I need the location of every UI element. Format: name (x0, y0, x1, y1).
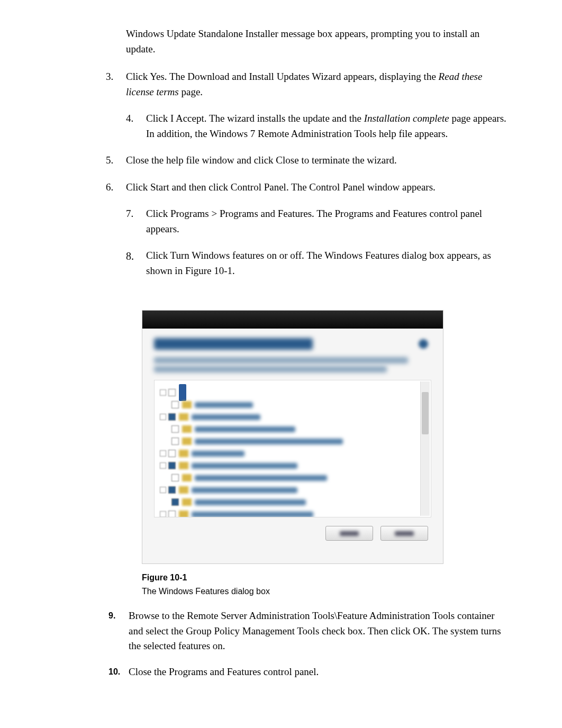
tree-label (192, 487, 297, 493)
tree-label (192, 451, 244, 457)
folder-icon (179, 486, 188, 494)
checkbox-icon (168, 486, 176, 494)
step-3: 3. Click Yes. The Download and Install U… (106, 69, 509, 99)
text-fragment: Click I Accept. The wizard installs the … (146, 113, 364, 124)
checkbox-icon (168, 413, 176, 421)
dialog-subtext (154, 357, 431, 372)
folder-icon (179, 462, 188, 469)
folder-icon (182, 498, 192, 506)
expander-icon (160, 414, 166, 420)
step-number: 8. (126, 248, 146, 278)
checkbox-icon (168, 462, 176, 469)
step-number: 9. (108, 608, 129, 654)
expander-icon (160, 511, 166, 517)
figure-10-1: Figure 10-1 The Windows Features dialog … (142, 310, 509, 598)
help-icon (419, 339, 428, 349)
checkbox-icon (171, 425, 179, 433)
tree-label (192, 463, 297, 469)
folder-icon (182, 425, 192, 433)
checkbox-icon (171, 474, 179, 481)
figure-description: The Windows Features dialog box (142, 585, 509, 598)
folder-icon (182, 474, 192, 481)
checkbox-icon (171, 401, 179, 408)
scrollbar-thumb (422, 392, 429, 434)
italic-text: Installation complete (364, 113, 449, 124)
feature-tree (154, 380, 431, 517)
step-5: 5. Close the help file window and click … (106, 153, 509, 168)
step-number: 3. (106, 69, 126, 99)
checkbox-icon (168, 389, 176, 396)
step-text: Click Programs > Programs and Features. … (146, 206, 509, 236)
expander-icon (160, 462, 166, 469)
tree-label (195, 439, 343, 444)
step-9: 9. Browse to the Remote Server Administr… (108, 608, 509, 654)
step-text: Close the Programs and Features control … (129, 665, 509, 680)
step-4: 4. Click I Accept. The wizard installs t… (126, 111, 509, 141)
step-number: 10. (108, 665, 129, 680)
tree-label (192, 512, 313, 517)
windows-features-dialog-image (142, 310, 443, 564)
intro-paragraph: Windows Update Standalone Installer mess… (126, 26, 509, 57)
folder-icon (179, 511, 188, 517)
step-8: 8. Click Turn Windows features on or off… (126, 248, 509, 278)
dialog-titlebar (142, 311, 443, 329)
figure-title: Figure 10-1 (142, 571, 509, 584)
step-7: 7. Click Programs > Programs and Feature… (126, 206, 509, 236)
scrollbar (420, 381, 430, 516)
step-text: Browse to the Remote Server Administrati… (129, 608, 509, 654)
folder-icon (179, 413, 188, 421)
step-text: Click Start and then click Control Panel… (126, 180, 509, 195)
cancel-button (380, 526, 428, 541)
expander-icon (160, 487, 166, 493)
folder-icon (182, 401, 192, 408)
checkbox-icon (168, 450, 176, 457)
step-number: 5. (106, 153, 126, 168)
step-text: Click Turn Windows features on or off. T… (146, 248, 509, 278)
dialog-button-row (154, 526, 431, 541)
checkbox-icon (171, 498, 179, 506)
tree-label (192, 414, 260, 420)
expander-icon (160, 389, 166, 396)
step-text: Click Yes. The Download and Install Upda… (126, 69, 509, 99)
step-number: 4. (126, 111, 146, 141)
folder-icon (179, 450, 188, 457)
step-text: Click I Accept. The wizard installs the … (146, 111, 509, 141)
step-6: 6. Click Start and then click Control Pa… (106, 180, 509, 195)
tree-label (195, 499, 306, 505)
tree-label (195, 426, 295, 432)
checkbox-icon (171, 438, 179, 445)
dialog-heading (154, 338, 313, 350)
text-fragment: page. (179, 86, 203, 97)
step-10: 10. Close the Programs and Features cont… (108, 665, 509, 680)
expander-icon (160, 450, 166, 457)
step-number: 6. (106, 180, 126, 195)
tree-label (195, 402, 253, 408)
ok-button (325, 526, 373, 541)
folder-icon (182, 438, 192, 445)
checkbox-icon (168, 511, 176, 517)
step-text: Close the help file window and click Clo… (126, 153, 509, 168)
step-number: 7. (126, 206, 146, 236)
text-fragment: Click Yes. The Download and Install Upda… (126, 71, 439, 82)
tree-label (195, 475, 327, 481)
figure-caption: Figure 10-1 The Windows Features dialog … (142, 571, 509, 598)
